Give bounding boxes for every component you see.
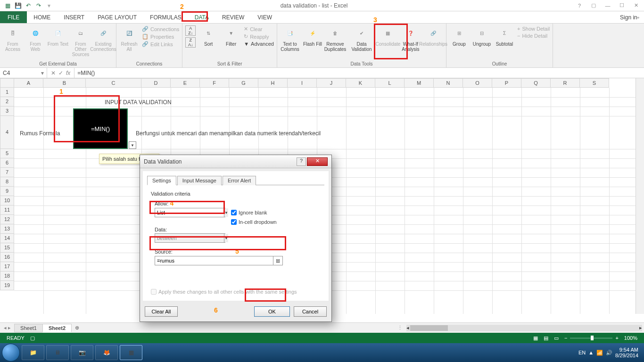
sign-in[interactable]: Sign in ▫ (615, 11, 644, 23)
row-header-10[interactable]: 10 (0, 196, 14, 206)
row-header-5[interactable]: 5 (0, 149, 14, 158)
tab-data[interactable]: DATA (188, 11, 215, 23)
row-header-17[interactable]: 17 (0, 262, 14, 272)
tray-clock[interactable]: 9:54 AM8/29/2014 (615, 347, 638, 358)
row-header-4[interactable]: 4 (0, 116, 14, 149)
zoom-out-icon[interactable]: − (561, 335, 570, 341)
col-header-H[interactable]: H (258, 78, 288, 88)
allow-combo[interactable]: ▼ (155, 208, 225, 217)
tab-home[interactable]: HOME (27, 11, 57, 23)
minimize-icon[interactable]: — (602, 1, 614, 10)
clear-button[interactable]: ✕ Clear (243, 25, 275, 33)
tab-insert[interactable]: INSERT (57, 11, 91, 23)
select-all-corner[interactable] (0, 78, 14, 88)
taskbar-explorer-icon[interactable]: 📁 (22, 345, 44, 360)
undo-icon[interactable]: ↶ (25, 2, 32, 9)
from-web-button[interactable]: 🌐From Web (25, 25, 46, 52)
tab-review[interactable]: REVIEW (215, 11, 251, 23)
row-header-15[interactable]: 15 (0, 243, 14, 253)
subtotal-button[interactable]: ΣSubtotal (494, 25, 515, 47)
from-access-button[interactable]: 🗄From Access (2, 25, 24, 52)
chevron-down-icon[interactable]: ▼ (224, 208, 228, 217)
row-header-12[interactable]: 12 (0, 215, 14, 224)
row-header-6[interactable]: 6 (0, 158, 14, 168)
view-pagelayout-icon[interactable]: ▤ (541, 335, 551, 341)
row-header-7[interactable]: 7 (0, 168, 14, 177)
sort-za-button[interactable]: ZA↓ (185, 37, 196, 48)
row-header-1[interactable]: 1 (0, 88, 14, 97)
zoom-slider[interactable] (570, 337, 612, 339)
col-header-G[interactable]: G (229, 78, 258, 88)
col-header-S[interactable]: S (580, 78, 609, 88)
tray-lang[interactable]: EN (578, 350, 586, 355)
sort-button[interactable]: ⇅Sort (198, 25, 219, 47)
row-header-8[interactable]: 8 (0, 177, 14, 187)
col-header-Q[interactable]: Q (521, 78, 551, 88)
refresh-all-button[interactable]: 🔄Refresh All (118, 25, 140, 52)
close-icon[interactable]: ✕ (630, 1, 642, 10)
help-icon[interactable]: ? (573, 1, 586, 10)
relationships-button[interactable]: 🔗Relationships (422, 25, 444, 47)
taskbar-excel-icon[interactable]: ▦ (120, 345, 142, 360)
filter-button[interactable]: ▼Filter (220, 25, 242, 47)
show-detail-button[interactable]: + Show Detail (516, 25, 551, 32)
dialog-close-button[interactable]: ✕ (307, 157, 328, 166)
clear-all-button[interactable]: Clear All (145, 306, 178, 317)
properties-button[interactable]: 📋 Properties (141, 33, 180, 40)
name-box[interactable]: C4▾ (0, 68, 47, 78)
row-header-13[interactable]: 13 (0, 224, 14, 234)
horizontal-scrollbar[interactable]: ◂▸ (406, 325, 642, 331)
col-header-K[interactable]: K (346, 78, 375, 88)
tray-volume-icon[interactable]: 🔊 (606, 350, 612, 356)
col-header-E[interactable]: E (171, 78, 200, 88)
redo-icon[interactable]: ↷ (35, 2, 42, 9)
group-button[interactable]: ⊞Group (448, 25, 470, 47)
cell-b4[interactable]: Rumus Formula (18, 129, 62, 138)
col-header-O[interactable]: O (463, 78, 492, 88)
col-header-J[interactable]: J (317, 78, 346, 88)
macro-record-icon[interactable]: ▢ (27, 335, 38, 341)
row-header-19[interactable]: 19 (0, 281, 14, 290)
dialog-tab-settings[interactable]: Settings (147, 176, 176, 185)
what-if-button[interactable]: ❓What-If Analysis (400, 25, 421, 52)
col-header-C[interactable]: C (86, 78, 141, 88)
existing-conn-button[interactable]: 🔗Existing Connections (92, 25, 114, 52)
row-header-11[interactable]: 11 (0, 206, 14, 215)
ungroup-button[interactable]: ⊟Ungroup (471, 25, 493, 47)
connections-button[interactable]: 🔗 Connections (141, 25, 180, 33)
row-header-2[interactable]: 2 (0, 97, 14, 107)
qat-customize-icon[interactable]: ▾ (45, 2, 53, 9)
dialog-tab-error-alert[interactable]: Error Alert (223, 176, 256, 185)
fx-icon[interactable]: fx (66, 70, 70, 76)
add-sheet-button[interactable]: ⊕ (72, 325, 82, 331)
cell-c4-selected[interactable]: =MIN() (73, 108, 128, 149)
advanced-button[interactable]: ▼ Advanced (243, 41, 275, 47)
col-header-D[interactable]: D (141, 78, 171, 88)
range-selector-icon[interactable]: ⊞ (273, 256, 282, 265)
col-header-R[interactable]: R (551, 78, 580, 88)
cancel-button[interactable]: Cancel (294, 306, 327, 317)
row-header-9[interactable]: 9 (0, 187, 14, 196)
dialog-tab-input-message[interactable]: Input Message (177, 176, 222, 185)
tray-flag-icon[interactable]: ▲ (588, 350, 594, 355)
col-header-I[interactable]: I (288, 78, 317, 88)
col-header-P[interactable]: P (492, 78, 521, 88)
col-header-M[interactable]: M (405, 78, 434, 88)
row-header-16[interactable]: 16 (0, 253, 14, 262)
flash-fill-button[interactable]: ⚡Flash Fill (302, 25, 323, 47)
tab-view[interactable]: VIEW (251, 11, 279, 23)
ignore-blank-checkbox[interactable]: Ignore blank (231, 210, 267, 215)
consolidate-button[interactable]: ▦Consolidate (377, 25, 399, 47)
from-text-button[interactable]: 📄From Text (47, 25, 69, 47)
col-header-A[interactable]: A (14, 78, 43, 88)
tray-network-icon[interactable]: 📶 (596, 350, 603, 356)
tab-file[interactable]: FILE (0, 11, 27, 23)
data-validation-button[interactable]: ✔Data Validation (347, 25, 376, 52)
taskbar-app2-icon[interactable]: 📷 (71, 345, 93, 360)
from-other-button[interactable]: 🗂From Other Sources (70, 25, 91, 57)
row-header-14[interactable]: 14 (0, 234, 14, 243)
accept-formula-icon[interactable]: ✓ (58, 70, 63, 76)
source-input[interactable]: ⊞ (155, 256, 283, 265)
row-header-18[interactable]: 18 (0, 272, 14, 281)
cancel-formula-icon[interactable]: ✕ (51, 70, 56, 76)
